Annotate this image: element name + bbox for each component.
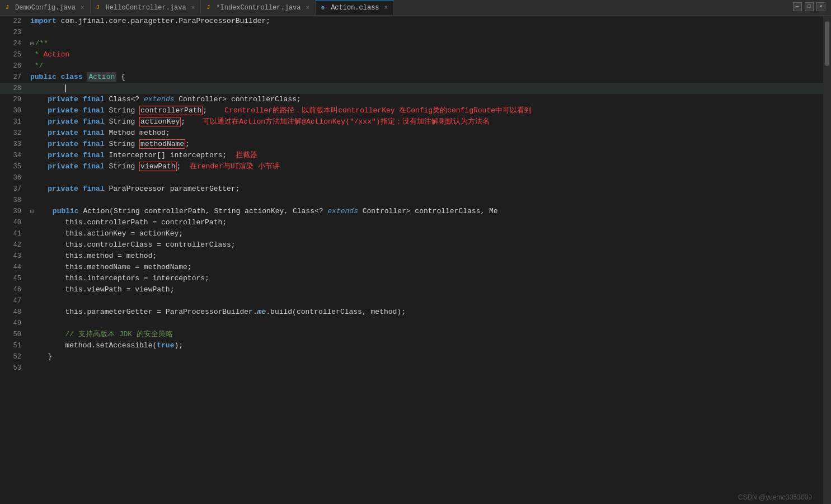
line-num-27: 27 xyxy=(0,72,28,83)
line-content-36 xyxy=(28,172,823,183)
line-num-33: 33 xyxy=(0,139,28,150)
line-num-32: 32 xyxy=(0,128,28,139)
line-num-53: 53 xyxy=(0,362,28,374)
line-num-48: 48 xyxy=(0,307,28,318)
code-line-33: 33 private final String methodName; xyxy=(0,139,823,150)
line-num-42: 42 xyxy=(0,239,28,251)
line-content-37: private final ParaProcessor parameterGet… xyxy=(28,183,823,195)
line-num-28: 28 xyxy=(0,83,28,94)
line-num-49: 49 xyxy=(0,318,28,329)
code-line-49: 49 xyxy=(0,318,823,329)
line-num-26: 26 xyxy=(0,60,28,72)
line-num-46: 46 xyxy=(0,284,28,295)
code-lines: 22 import com.jfinal.core.paragetter.Par… xyxy=(0,16,823,374)
line-content-29: private final Class<? extends Controller… xyxy=(28,94,823,105)
line-content-52: } xyxy=(28,351,823,362)
code-line-29: 29 private final Class<? extends Control… xyxy=(0,94,823,105)
line-num-30: 30 xyxy=(0,105,28,116)
code-line-46: 46 this.viewPath = viewPath; xyxy=(0,284,823,295)
line-content-46: this.viewPath = viewPath; xyxy=(28,284,823,295)
tab-bar: J DemoConfig.java × J HelloController.ja… xyxy=(0,0,831,16)
code-line-32: 32 private final Method method; xyxy=(0,128,823,139)
code-line-23: 23 xyxy=(0,27,823,38)
tab-democ-close[interactable]: × xyxy=(81,4,84,11)
line-num-31: 31 xyxy=(0,116,28,128)
maximize-button[interactable]: □ xyxy=(805,2,814,11)
watermark: CSDN @yuemo3353009 xyxy=(738,493,812,501)
line-content-22: import com.jfinal.core.paragetter.ParaPr… xyxy=(28,16,823,27)
code-line-37: 37 private final ParaProcessor parameter… xyxy=(0,183,823,195)
editor-body: 22 import com.jfinal.core.paragetter.Par… xyxy=(0,16,831,504)
code-line-41: 41 this.actionKey = actionKey; xyxy=(0,228,823,239)
code-line-28: 28 xyxy=(0,83,823,94)
line-content-41: this.actionKey = actionKey; xyxy=(28,228,823,239)
code-line-22: 22 import com.jfinal.core.paragetter.Par… xyxy=(0,16,823,27)
tab-action-label: Action.class xyxy=(331,4,379,12)
code-line-50: 50 // 支持高版本 JDK 的安全策略 xyxy=(0,329,823,340)
tab-democ[interactable]: J DemoConfig.java × xyxy=(0,0,91,15)
tab-indexc[interactable]: J *IndexController.java × xyxy=(201,0,316,15)
code-line-31: 31 private final String actionKey; 可以通过在… xyxy=(0,116,823,128)
tab-indexc-close[interactable]: × xyxy=(306,4,310,11)
line-content-26: */ xyxy=(28,60,823,72)
scrollbar-thumb[interactable] xyxy=(825,21,829,66)
code-line-36: 36 xyxy=(0,172,823,183)
tab-action-close[interactable]: × xyxy=(384,4,388,11)
line-num-29: 29 xyxy=(0,94,28,105)
line-content-30: private final String controllerPath; Cro… xyxy=(28,105,823,116)
line-content-25: * Action xyxy=(28,49,823,60)
code-line-25: 25 * Action xyxy=(0,49,823,60)
line-num-41: 41 xyxy=(0,228,28,239)
tab-indexc-label: *IndexController.java xyxy=(216,4,301,12)
code-line-24: 24 ⊟/** xyxy=(0,38,823,49)
line-content-44: this.methodName = methodName; xyxy=(28,262,823,273)
line-num-43: 43 xyxy=(0,251,28,262)
line-content-24: ⊟/** xyxy=(28,38,823,49)
line-num-39: 39 xyxy=(0,206,28,217)
java-icon: J xyxy=(206,4,213,11)
code-line-47: 47 xyxy=(0,295,823,307)
tab-action[interactable]: ⚙ Action.class × xyxy=(316,0,394,15)
code-line-53: 53 xyxy=(0,362,823,374)
line-content-34: private final Interceptor[] interceptors… xyxy=(28,150,823,161)
close-button[interactable]: × xyxy=(816,2,825,11)
code-line-26: 26 */ xyxy=(0,60,823,72)
line-content-48: this.parameterGetter = ParaProcessorBuil… xyxy=(28,307,823,318)
line-content-32: private final Method method; xyxy=(28,128,823,139)
code-line-34: 34 private final Interceptor[] intercept… xyxy=(0,150,823,161)
line-content-31: private final String actionKey; 可以通过在Act… xyxy=(28,116,823,128)
scrollbar-vertical[interactable] xyxy=(823,16,831,504)
code-line-45: 45 this.interceptors = interceptors; xyxy=(0,273,823,284)
line-num-24: 24 xyxy=(0,38,28,49)
java-icon: J xyxy=(96,4,103,11)
line-content-47 xyxy=(28,295,823,307)
code-line-30: 30 private final String controllerPath; … xyxy=(0,105,823,116)
line-num-34: 34 xyxy=(0,150,28,161)
code-line-38: 38 xyxy=(0,195,823,206)
tab-helloc-label: HelloController.java xyxy=(106,4,186,12)
line-num-38: 38 xyxy=(0,195,28,206)
line-num-50: 50 xyxy=(0,329,28,340)
line-content-35: private final String viewPath; 在render与U… xyxy=(28,161,823,172)
class-icon: ⚙ xyxy=(321,4,328,11)
line-content-33: private final String methodName; xyxy=(28,139,823,150)
line-content-23 xyxy=(28,27,823,38)
code-area[interactable]: 22 import com.jfinal.core.paragetter.Par… xyxy=(0,16,823,504)
line-content-53 xyxy=(28,362,823,374)
tab-helloc-close[interactable]: × xyxy=(191,4,195,11)
java-icon: J xyxy=(6,4,12,11)
line-content-45: this.interceptors = interceptors; xyxy=(28,273,823,284)
line-content-43: this.method = method; xyxy=(28,251,823,262)
code-line-27: 27 public class Action { xyxy=(0,72,823,83)
line-num-22: 22 xyxy=(0,16,28,27)
code-line-35: 35 private final String viewPath; 在rende… xyxy=(0,161,823,172)
minimize-button[interactable]: — xyxy=(793,2,802,11)
line-content-50: // 支持高版本 JDK 的安全策略 xyxy=(28,329,823,340)
line-content-39: ⊟ public Action(String controllerPath, S… xyxy=(28,206,823,217)
line-num-52: 52 xyxy=(0,351,28,362)
tab-helloc[interactable]: J HelloController.java × xyxy=(91,0,201,15)
line-num-37: 37 xyxy=(0,183,28,195)
line-num-35: 35 xyxy=(0,161,28,172)
code-line-42: 42 this.controllerClass = controllerClas… xyxy=(0,239,823,251)
line-content-38 xyxy=(28,195,823,206)
